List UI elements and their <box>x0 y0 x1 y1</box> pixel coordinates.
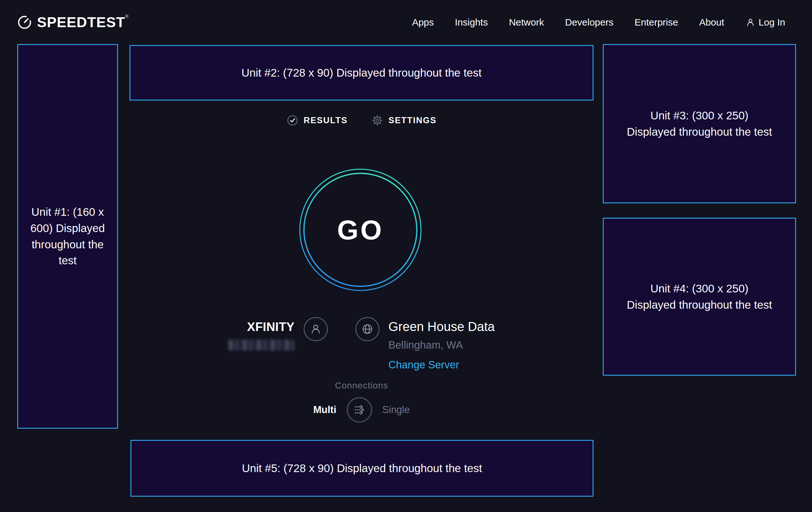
nav-item-insights[interactable]: Insights <box>455 17 488 28</box>
trademark-symbol: ® <box>125 14 129 19</box>
connections-section: Connections Multi Single <box>129 380 593 423</box>
connections-toggle-button[interactable] <box>347 397 372 423</box>
multi-arrows-icon <box>352 403 367 417</box>
connections-label: Connections <box>129 380 593 391</box>
isp-name: XFINITY <box>228 320 295 334</box>
ad-unit-5-leaderboard: Unit #5: (728 x 90) Displayed throughout… <box>130 440 593 497</box>
connection-meta-row: XFINITY Green House Data Bellin <box>129 317 593 371</box>
login-label: Log In <box>759 17 785 28</box>
speedometer-gauge-icon <box>17 15 32 30</box>
tab-settings[interactable]: SETTINGS <box>371 114 437 127</box>
ad-unit-2-leaderboard: Unit #2: (728 x 90) Displayed throughout… <box>129 45 593 101</box>
server-name: Green House Data <box>388 320 495 334</box>
globe-icon <box>361 322 374 336</box>
top-navigation-bar: SPEEDTEST® Apps Insights Network Develop… <box>0 0 812 45</box>
tab-settings-label: SETTINGS <box>388 115 437 126</box>
user-icon <box>309 322 322 336</box>
server-location: Bellingham, WA <box>388 339 495 351</box>
isp-group: XFINITY <box>228 317 328 350</box>
nav-item-network[interactable]: Network <box>509 17 544 28</box>
gear-icon <box>371 114 383 127</box>
ad-unit-5-text: Unit #5: (728 x 90) Displayed throughout… <box>242 460 482 477</box>
nav-item-enterprise[interactable]: Enterprise <box>634 17 678 28</box>
ad-unit-4-text: Unit #4: (300 x 250) Displayed throughou… <box>625 280 774 313</box>
go-button-label: GO <box>298 168 423 292</box>
go-button[interactable]: GO <box>298 168 423 292</box>
connections-toggle-row: Multi Single <box>129 397 593 423</box>
speedtest-logo[interactable]: SPEEDTEST® <box>17 14 129 31</box>
nav-item-apps[interactable]: Apps <box>412 17 434 28</box>
logo-wordmark: SPEEDTEST® <box>37 14 129 31</box>
tab-results-label: RESULTS <box>303 115 348 126</box>
ad-unit-1-skyscraper: Unit #1: (160 x 600) Displayed throughou… <box>17 44 118 429</box>
ad-unit-2-text: Unit #2: (728 x 90) Displayed throughout… <box>241 65 482 81</box>
connections-single-label[interactable]: Single <box>382 404 410 415</box>
change-server-link[interactable]: Change Server <box>388 359 459 371</box>
check-circle-icon <box>286 114 298 127</box>
nav-item-developers[interactable]: Developers <box>565 17 614 28</box>
redacted-account-info-blur <box>228 340 295 350</box>
server-globe-icon-circle[interactable] <box>355 317 379 341</box>
ad-unit-3-text: Unit #3: (300 x 250) Displayed throughou… <box>625 108 774 140</box>
ad-unit-4-rectangle: Unit #4: (300 x 250) Displayed throughou… <box>603 218 796 376</box>
main-nav: Apps Insights Network Developers Enterpr… <box>412 17 785 28</box>
tab-results[interactable]: RESULTS <box>286 114 348 127</box>
login-button[interactable]: Log In <box>745 17 785 28</box>
results-settings-tabs: RESULTS SETTINGS <box>129 114 593 127</box>
nav-item-about[interactable]: About <box>699 17 724 28</box>
isp-user-icon-circle[interactable] <box>303 317 328 341</box>
server-group: Green House Data Bellingham, WA Change S… <box>355 317 495 371</box>
ad-unit-1-text: Unit #1: (160 x 600) Displayed throughou… <box>27 204 108 269</box>
ad-unit-3-rectangle: Unit #3: (300 x 250) Displayed throughou… <box>603 44 796 203</box>
connections-multi-label[interactable]: Multi <box>313 404 336 415</box>
speedtest-page: SPEEDTEST® Apps Insights Network Develop… <box>0 0 812 512</box>
user-icon <box>745 17 756 27</box>
